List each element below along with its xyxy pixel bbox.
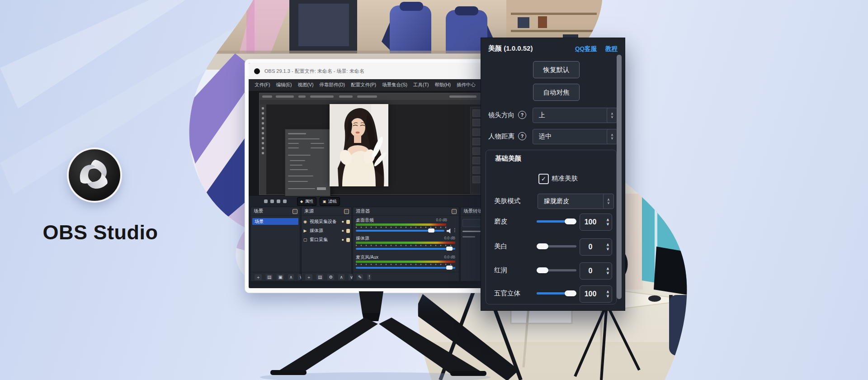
speaker-icon[interactable] (447, 228, 452, 233)
remove-source-icon[interactable]: ▤ (316, 274, 323, 280)
obs-titlebar-logo-icon (254, 68, 260, 74)
obs-logo (69, 149, 120, 201)
qq-support-link[interactable]: QQ客服 (575, 45, 597, 53)
filters-button[interactable]: ▣ 滤镜 (320, 197, 340, 206)
popout-icon[interactable] (292, 209, 297, 214)
lock-icon[interactable] (346, 220, 350, 224)
menu-help[interactable]: 帮助(H) (434, 82, 451, 88)
menu-tools[interactable]: 工具(T) (413, 82, 429, 88)
visibility-eye-icon[interactable]: ● (342, 219, 344, 224)
person-distance-stepper[interactable]: ∧ ∨ (607, 129, 618, 144)
monitor: OBS 29.1.3 - 配置文件: 未命名 - 场景: 未命名 文件(F) 编… (245, 59, 494, 293)
chevron-down-icon: ∨ (607, 201, 610, 204)
mixer-channel-db: 0.0 dB (436, 218, 447, 222)
rosy-slider[interactable] (537, 269, 576, 271)
editor-options-bar (259, 93, 489, 100)
lock-icon[interactable] (346, 238, 350, 242)
chevron-down-icon: ∨ (606, 271, 609, 275)
volume-slider[interactable] (356, 248, 455, 250)
slider-handle[interactable] (565, 290, 576, 296)
person-distance-select[interactable]: 适中 (533, 129, 612, 144)
scenes-panel: 场景 场景 ＋ ▤ ▣ ∧ ∨ (250, 207, 300, 282)
panel-scrollbar[interactable] (617, 55, 622, 299)
dock-mini-icon[interactable] (270, 200, 274, 203)
slider-handle[interactable] (537, 243, 548, 249)
popout-icon[interactable] (344, 209, 349, 214)
volume-handle[interactable] (446, 266, 453, 270)
chevron-down-icon: ∨ (606, 247, 609, 251)
volume-slider[interactable] (356, 267, 455, 269)
add-scene-icon[interactable]: ＋ (255, 274, 262, 280)
volume-slider[interactable] (356, 230, 444, 232)
menu-scene-collection[interactable]: 场景集合(S) (382, 82, 407, 88)
scene-list-item[interactable]: 场景 (252, 218, 298, 225)
menu-edit[interactable]: 编辑(E) (276, 82, 292, 88)
tutorial-link[interactable]: 教程 (605, 45, 618, 53)
camera-direction-select[interactable]: 上 (533, 108, 612, 123)
mixer-channel-db: 0.0 dB (444, 255, 455, 259)
volume-handle[interactable] (446, 247, 453, 251)
source-row[interactable]: ▢ 窗口采集 ● (303, 236, 350, 243)
whitening-value[interactable]: 0 ∧∨ (580, 238, 612, 256)
whitening-label: 美白 (494, 242, 507, 251)
dock-mini-icon[interactable] (283, 200, 287, 203)
obs-window: OBS 29.1.3 - 配置文件: 未命名 - 场景: 未命名 文件(F) 编… (249, 63, 490, 288)
menu-view[interactable]: 视图(V) (297, 82, 313, 88)
lock-icon[interactable] (346, 229, 350, 233)
slider-handle[interactable] (565, 218, 576, 224)
smoothing-slider[interactable] (537, 220, 576, 223)
mixer-panel-title: 混音器 (356, 208, 370, 214)
meter-ticks (356, 264, 455, 265)
properties-button[interactable]: ◆ 属性 (297, 197, 316, 206)
obs-dock-tabrow: ◆ 属性 ▣ 滤镜 (249, 196, 490, 207)
window-source-icon: ▢ (303, 238, 307, 242)
auto-focus-button[interactable]: 自动对焦 (533, 84, 580, 101)
transition-row (462, 231, 481, 232)
facial-3d-label: 五官立体 (494, 289, 520, 298)
restore-defaults-button[interactable]: 恢复默认 (533, 61, 580, 78)
precise-skin-checkbox[interactable]: ✓ (538, 174, 549, 184)
volume-meter (356, 261, 455, 263)
mixer-channel-name: 桌面音频 (356, 217, 374, 223)
smoothing-value[interactable]: 100 ∧∨ (580, 214, 612, 231)
menu-profile[interactable]: 配置文件(P) (351, 82, 376, 88)
skin-mode-stepper[interactable]: ∧ ∨ (603, 194, 614, 209)
slider-handle[interactable] (537, 267, 548, 273)
camera-direction-stepper[interactable]: ∧ ∨ (607, 108, 618, 123)
duplicate-scene-icon[interactable]: ▣ (277, 274, 283, 280)
help-icon[interactable]: ? (518, 132, 526, 140)
dock-mini-icon[interactable] (277, 200, 280, 203)
panel-icon: ▣ (323, 200, 326, 204)
remove-scene-icon[interactable]: ▤ (266, 274, 273, 280)
camera-direction-label: 镜头方向 (488, 111, 514, 119)
basic-beauty-group-title: 基础美颜 (495, 154, 521, 163)
popout-icon[interactable] (452, 209, 457, 214)
pen-icon[interactable]: ✎ (357, 274, 363, 280)
menu-docks[interactable]: 停靠部件(D) (319, 82, 345, 88)
source-row[interactable]: ▶ 媒体源 ● (303, 227, 350, 234)
visibility-eye-icon[interactable]: ● (342, 228, 344, 233)
rosy-label: 红润 (494, 266, 507, 275)
person-distance-label: 人物距离 (488, 132, 514, 141)
alert-icon[interactable]: ! (367, 274, 371, 280)
rosy-value[interactable]: 0 ∧∨ (580, 262, 612, 280)
move-up-icon[interactable]: ∧ (338, 274, 344, 280)
photo-editor-window (259, 93, 490, 195)
facial-3d-value[interactable]: 100 ∧∨ (580, 285, 612, 303)
source-row[interactable]: ◉ 视频采集设备 ● (303, 218, 350, 225)
move-up-icon[interactable]: ∧ (288, 274, 294, 280)
menu-file[interactable]: 文件(F) (255, 82, 270, 88)
volume-handle[interactable] (428, 228, 434, 233)
mixer-options-dots-icon[interactable]: ⋮ (453, 228, 457, 233)
add-source-icon[interactable]: ＋ (305, 274, 312, 280)
whitening-slider[interactable] (537, 245, 576, 247)
sources-toolbar: ＋ ▤ ⚙ ∧ ∨ (302, 272, 351, 281)
visibility-eye-icon[interactable]: ● (342, 238, 344, 242)
preview-area (249, 91, 490, 196)
source-properties-icon[interactable]: ⚙ (327, 274, 334, 280)
help-icon[interactable]: ? (518, 111, 526, 119)
menu-plugin-center[interactable]: 插件中心 (457, 82, 476, 88)
dock-mini-icon[interactable] (264, 200, 268, 203)
facial-3d-slider[interactable] (537, 292, 576, 294)
skin-mode-select[interactable]: 朦胧磨皮 (538, 194, 608, 209)
